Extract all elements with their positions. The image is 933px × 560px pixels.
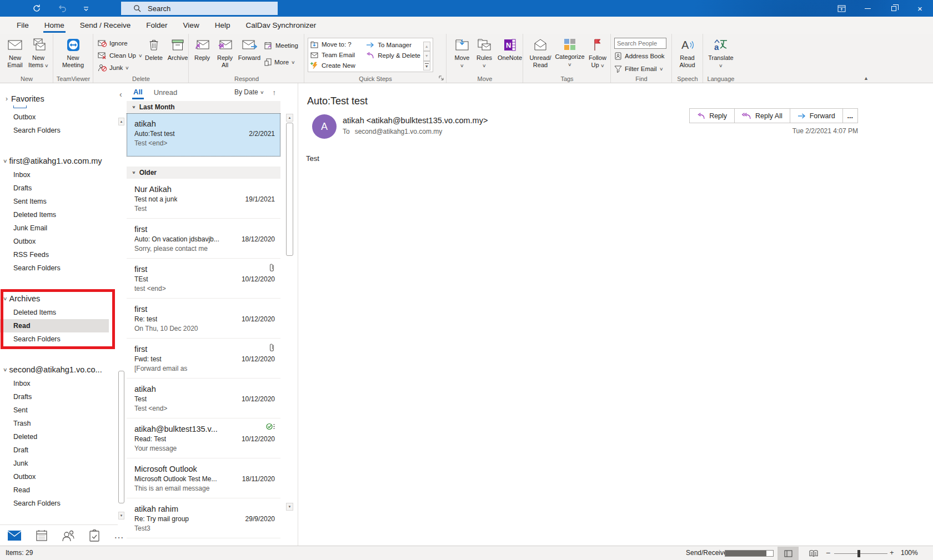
sidebar-item-search-folders[interactable]: Search Folders xyxy=(0,124,109,137)
mail-list-scrollbar[interactable]: ▲ ▼ xyxy=(286,114,293,511)
normal-view-button[interactable] xyxy=(778,547,799,560)
categorize-button[interactable]: Categorize∨ xyxy=(554,36,585,68)
group-header-last-month[interactable]: ∨ Last Month xyxy=(127,101,280,113)
scroll-down-icon[interactable]: ▼ xyxy=(286,503,293,511)
sidebar-item-junk-clipped[interactable]: Junk xyxy=(0,105,118,110)
calendar-module-icon[interactable] xyxy=(36,529,48,542)
people-module-icon[interactable] xyxy=(62,529,75,542)
quick-step-create-new[interactable]: Create New xyxy=(310,60,366,70)
tab-caldav-synchronizer[interactable]: CalDav Synchronizer xyxy=(238,17,324,34)
account-header-second[interactable]: ∨ second@atikahg1.vo.co... xyxy=(0,362,118,377)
list-item[interactable]: first Auto: On vacation jdsbavjb...18/12… xyxy=(127,219,280,259)
sidebar-item-junk-email[interactable]: Junk Email xyxy=(0,221,109,235)
onenote-button[interactable]: N OneNote xyxy=(495,36,524,62)
sidebar-item-drafts[interactable]: Drafts xyxy=(0,181,109,195)
sort-by-date-button[interactable]: By Date ∨ xyxy=(234,88,264,96)
quick-step-to-manager[interactable]: To Manager xyxy=(366,39,422,50)
translate-button[interactable]: a Translate∨ xyxy=(705,36,736,69)
unread-read-button[interactable]: Unread/ Read xyxy=(526,36,554,68)
reply-all-button[interactable]: Reply All xyxy=(213,36,237,68)
list-item-selected[interactable]: atikah Auto:Test test2/2/2021 Test <end> xyxy=(127,113,280,157)
more-modules-icon[interactable]: … xyxy=(114,529,124,541)
move-button[interactable]: Move∨ xyxy=(451,36,473,69)
junk-button[interactable]: Junk ∨ xyxy=(96,62,142,73)
tab-view[interactable]: View xyxy=(175,17,207,34)
mail-module-icon[interactable] xyxy=(7,530,22,541)
meeting-button[interactable]: Meeting xyxy=(262,40,303,51)
favorites-header[interactable]: › Favorites xyxy=(0,92,118,105)
sidebar-item-outbox[interactable]: Outbox xyxy=(0,110,109,124)
sidebar-item-deleted-items[interactable]: Deleted Items xyxy=(0,306,109,319)
quick-steps-scroll[interactable]: ▲ ▼ ▼ xyxy=(423,42,430,70)
minimize-button[interactable] xyxy=(855,0,881,17)
filter-tab-unread[interactable]: Unread xyxy=(154,88,178,97)
list-item[interactable]: Microsoft Outlook Microsoft Outlook Test… xyxy=(127,458,280,498)
reading-view-button[interactable] xyxy=(804,547,823,560)
sidebar-item-read[interactable]: Read xyxy=(0,483,109,497)
follow-up-button[interactable]: Follow Up ∨ xyxy=(585,36,610,69)
sidebar-item-outbox[interactable]: Outbox xyxy=(0,235,109,248)
archive-button[interactable]: Archive xyxy=(165,36,190,62)
search-people-input[interactable] xyxy=(614,38,666,49)
ignore-button[interactable]: Ignore xyxy=(96,38,142,49)
list-item[interactable]: Nur Atikah Test not a junk19/1/2021 Test xyxy=(127,179,280,219)
filter-email-button[interactable]: Filter Email ∨ xyxy=(614,63,670,74)
account-header-archives[interactable]: ∨ Archives xyxy=(0,291,118,306)
tab-file[interactable]: File xyxy=(9,17,37,34)
customize-quick-access-icon[interactable] xyxy=(83,6,89,11)
list-item[interactable]: atikah Test10/12/2020 Test <end> xyxy=(127,379,280,418)
sort-direction-icon[interactable]: ↑ xyxy=(273,88,277,97)
account-header-first[interactable]: ∨ first@atikahg1.vo.com.my xyxy=(0,154,118,168)
reply-button[interactable]: Reply xyxy=(689,108,735,123)
sidebar-item-sent-items[interactable]: Sent Items xyxy=(0,195,109,208)
close-button[interactable]: × xyxy=(907,0,933,17)
forward-button[interactable]: Forward xyxy=(237,36,262,62)
sidebar-item-trash[interactable]: Trash xyxy=(0,417,109,430)
more-button[interactable]: More ∨ xyxy=(262,57,303,68)
minimize-folder-pane-icon[interactable]: ‹ xyxy=(119,90,122,99)
sidebar-item-search-folders[interactable]: Search Folders xyxy=(0,332,109,346)
zoom-slider-thumb[interactable] xyxy=(857,550,860,557)
zoom-slider-track[interactable] xyxy=(834,553,887,554)
sidebar-item-deleted[interactable]: Deleted xyxy=(0,430,109,443)
more-actions-button[interactable]: ... xyxy=(842,108,858,123)
group-header-older[interactable]: ∨ Older xyxy=(127,167,280,179)
sidebar-item-sent[interactable]: Sent xyxy=(0,403,109,417)
send-receive-icon[interactable] xyxy=(32,4,41,13)
reply-button[interactable]: Reply xyxy=(191,36,213,62)
scrollbar-thumb[interactable] xyxy=(286,123,293,256)
new-items-button[interactable]: New Items ∨ xyxy=(27,36,50,69)
collapse-ribbon-icon[interactable]: ▲ xyxy=(864,75,869,81)
quick-step-team-email[interactable]: Team Email xyxy=(310,50,366,60)
sidebar-item-search-folders[interactable]: Search Folders xyxy=(0,261,109,275)
ribbon-display-options-button[interactable] xyxy=(829,0,855,17)
undo-icon[interactable] xyxy=(58,4,67,13)
address-book-button[interactable]: Address Book xyxy=(614,51,670,62)
restore-button[interactable] xyxy=(881,0,907,17)
clean-up-button[interactable]: Clean Up ∨ xyxy=(96,50,142,61)
folder-pane-scrollbar[interactable]: ▲ ▼ xyxy=(118,118,124,519)
sidebar-item-inbox[interactable]: Inbox xyxy=(0,377,109,390)
new-meeting-button[interactable]: New Meeting xyxy=(57,36,89,68)
tasks-module-icon[interactable] xyxy=(89,529,100,542)
zoom-level[interactable]: 100% xyxy=(901,549,918,557)
sidebar-item-deleted-items[interactable]: Deleted Items xyxy=(0,208,109,221)
search-input[interactable]: Search xyxy=(121,2,278,15)
sidebar-item-junk[interactable]: Junk xyxy=(0,457,109,470)
list-item[interactable]: atikah rahim Re: Try mail group29/9/2020… xyxy=(127,498,280,538)
list-item[interactable]: first TEst10/12/2020 test <end> xyxy=(127,259,280,299)
scroll-up-icon[interactable]: ▲ xyxy=(286,114,293,122)
quick-step-reply-delete[interactable]: Reply & Delete xyxy=(366,50,422,60)
list-item[interactable]: atikah@bulktest135.v... Read: Test10/12/… xyxy=(127,418,280,458)
tab-home[interactable]: Home xyxy=(37,17,72,34)
read-aloud-button[interactable]: A Read Aloud xyxy=(674,36,701,68)
sidebar-item-inbox[interactable]: Inbox xyxy=(0,168,109,181)
zoom-in-icon[interactable]: + xyxy=(890,548,894,557)
list-item[interactable]: first Fwd: test10/12/2020 [Forward email… xyxy=(127,339,280,379)
scroll-up-icon[interactable]: ▲ xyxy=(118,118,124,125)
tab-help[interactable]: Help xyxy=(207,17,238,34)
list-item[interactable]: first Re: test10/12/2020 On Thu, 10 Dec … xyxy=(127,299,280,339)
zoom-out-icon[interactable]: − xyxy=(826,548,830,557)
filter-tab-all[interactable]: All xyxy=(132,85,144,99)
sidebar-item-rss-feeds[interactable]: RSS Feeds xyxy=(0,248,109,261)
